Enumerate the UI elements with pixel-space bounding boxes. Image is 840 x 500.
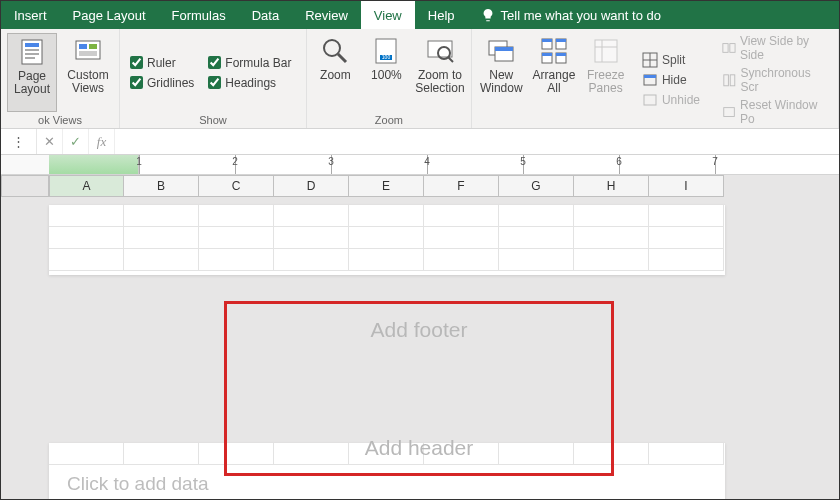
zoom-100-icon: 100 [370,35,402,67]
col-header-H[interactable]: H [574,175,649,197]
view-side-by-side-button[interactable]: View Side by Side [718,33,828,63]
svg-rect-19 [495,47,513,51]
svg-rect-40 [730,75,735,86]
hide-icon [642,72,658,88]
group-views-label: ok Views [7,112,113,126]
col-header-D[interactable]: D [274,175,349,197]
zoom-button[interactable]: Zoom [313,33,358,112]
tab-data[interactable]: Data [239,1,292,29]
tab-help[interactable]: Help [415,1,468,29]
svg-rect-28 [595,40,617,62]
svg-rect-41 [724,108,735,117]
svg-rect-7 [89,44,97,49]
svg-text:100: 100 [382,54,391,60]
freeze-panes-icon [590,35,622,67]
click-to-add-data-hint[interactable]: Click to add data [49,465,725,495]
custom-views-button[interactable]: Custom Views [63,33,113,112]
page-1[interactable] [49,205,725,275]
tab-review[interactable]: Review [292,1,361,29]
col-header-C[interactable]: C [199,175,274,197]
reset-window-position-button[interactable]: Reset Window Po [718,97,828,127]
custom-views-label: Custom Views [65,69,111,95]
svg-rect-3 [25,53,39,55]
svg-rect-8 [79,51,97,56]
ruler-checkbox[interactable]: Ruler [130,56,194,70]
svg-rect-25 [556,39,566,42]
group-zoom-label: Zoom [313,112,465,126]
svg-rect-4 [25,57,35,59]
hide-button[interactable]: Hide [638,71,704,89]
column-headers: A B C D E F G H I [49,175,839,197]
group-show: Ruler Gridlines Formula Bar Headings Sho… [120,29,307,128]
svg-rect-37 [723,44,728,53]
lightbulb-icon [481,8,495,22]
svg-rect-2 [25,49,39,51]
tell-me-search[interactable]: Tell me what you want to do [468,1,674,29]
headings-checkbox[interactable]: Headings [208,76,291,90]
split-icon [642,52,658,68]
new-window-icon [485,35,517,67]
new-window-button[interactable]: New Window [478,33,525,127]
ribbon-body: Page Layout Custom Views ok Views Ruler … [1,29,839,129]
svg-rect-6 [79,44,87,49]
side-by-side-icon [722,40,736,56]
zoom-selection-icon [424,35,456,67]
svg-rect-1 [25,43,39,47]
synchronous-scrolling-button[interactable]: Synchronous Scr [718,65,828,95]
col-header-A[interactable]: A [49,175,124,197]
zoom-to-selection-button[interactable]: Zoom to Selection [415,33,465,112]
ribbon-tabs: Insert Page Layout Formulas Data Review … [1,1,839,29]
svg-rect-38 [730,44,735,53]
name-box-handle[interactable]: ⋮ [1,129,37,154]
tab-insert[interactable]: Insert [1,1,60,29]
page-layout-view-button[interactable]: Page Layout [7,33,57,112]
tab-page-layout[interactable]: Page Layout [60,1,159,29]
formula-input[interactable] [115,129,839,154]
horizontal-ruler[interactable]: 1234567 [1,155,839,175]
group-zoom: Zoom 100 100% Zoom to Selection Zoom [307,29,472,128]
zoom-100-button[interactable]: 100 100% [364,33,409,112]
svg-rect-5 [76,41,100,59]
split-button[interactable]: Split [638,51,704,69]
svg-line-16 [448,57,453,62]
page-layout-icon [16,36,48,68]
unhide-button[interactable]: Unhide [638,91,704,109]
arrange-all-icon [538,35,570,67]
cancel-formula-button[interactable]: ✕ [37,129,63,154]
tab-view[interactable]: View [361,1,415,29]
col-header-G[interactable]: G [499,175,574,197]
svg-rect-27 [556,53,566,56]
page-2[interactable]: Click to add data [49,443,725,500]
page-layout-label: Page Layout [10,70,54,96]
svg-rect-35 [644,75,656,78]
magnifier-icon [319,35,351,67]
group-workbook-views: Page Layout Custom Views ok Views [1,29,120,128]
col-header-B[interactable]: B [124,175,199,197]
svg-rect-26 [542,53,552,56]
enter-formula-button[interactable]: ✓ [63,129,89,154]
col-header-I[interactable]: I [649,175,724,197]
formula-bar-checkbox[interactable]: Formula Bar [208,56,291,70]
insert-function-button[interactable]: fx [89,129,115,154]
svg-rect-36 [644,95,656,105]
gridlines-checkbox[interactable]: Gridlines [130,76,194,90]
formula-bar: ⋮ ✕ ✓ fx [1,129,839,155]
select-all-corner[interactable] [1,175,49,197]
worksheet-area: A B C D E F G H I Click to add data [1,175,839,499]
reset-window-icon [722,104,736,120]
svg-point-9 [324,40,340,56]
arrange-all-button[interactable]: Arrange All [531,33,578,127]
group-window: New Window Arrange All Freeze Panes Spli… [472,29,839,128]
unhide-icon [642,92,658,108]
col-header-F[interactable]: F [424,175,499,197]
svg-rect-24 [542,39,552,42]
custom-views-icon [72,35,104,67]
svg-rect-39 [724,75,729,86]
ruler-margin-shade [49,155,139,174]
tell-me-label: Tell me what you want to do [501,8,661,23]
svg-line-10 [338,54,346,62]
col-header-E[interactable]: E [349,175,424,197]
tab-formulas[interactable]: Formulas [159,1,239,29]
group-show-label: Show [126,112,300,126]
freeze-panes-button[interactable]: Freeze Panes [583,33,628,127]
